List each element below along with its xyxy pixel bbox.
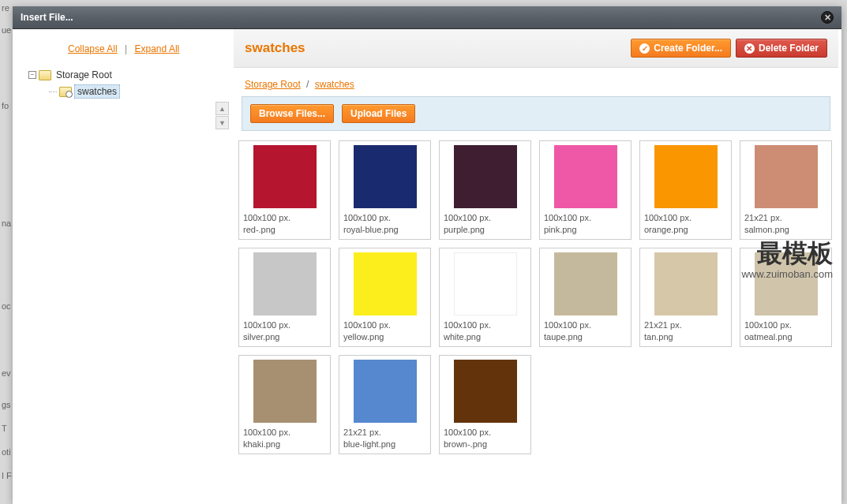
file-dimensions: 100x100 px. bbox=[444, 427, 527, 437]
file-thumbnail[interactable]: 100x100 px.silver.png bbox=[238, 248, 331, 347]
file-action-bar: Browse Files... Upload Files bbox=[242, 96, 830, 131]
close-icon[interactable]: ✕ bbox=[821, 11, 834, 24]
delete-folder-label: Delete Folder bbox=[759, 43, 819, 54]
file-dimensions: 100x100 px. bbox=[243, 427, 326, 437]
swatch-preview bbox=[755, 145, 818, 208]
swatch-preview bbox=[354, 252, 417, 315]
swatch-preview bbox=[554, 145, 617, 208]
swatch-preview bbox=[354, 145, 417, 208]
tree-root-label[interactable]: Storage Root bbox=[54, 69, 114, 81]
file-thumbnail[interactable]: 21x21 px.blue-light.png bbox=[339, 355, 431, 454]
file-dimensions: 21x21 px. bbox=[744, 213, 827, 222]
file-dimensions: 100x100 px. bbox=[544, 213, 627, 222]
breadcrumb-root[interactable]: Storage Root bbox=[245, 79, 301, 90]
file-name: khaki.png bbox=[243, 439, 326, 449]
file-name: royal-blue.png bbox=[343, 225, 426, 234]
tree-root-row[interactable]: − Storage Root bbox=[28, 67, 226, 83]
delete-folder-button[interactable]: ✕ Delete Folder bbox=[736, 39, 827, 58]
file-name: tan.png bbox=[644, 332, 727, 342]
swatch-preview bbox=[354, 360, 417, 423]
file-thumbnail[interactable]: 100x100 px.khaki.png bbox=[238, 355, 331, 454]
upload-files-label: Upload Files bbox=[350, 108, 407, 119]
file-dimensions: 100x100 px. bbox=[444, 320, 527, 330]
scroll-up-button[interactable]: ▲ bbox=[215, 102, 229, 115]
swatch-preview bbox=[454, 252, 517, 315]
file-thumbnail[interactable]: 100x100 px.pink.png bbox=[539, 140, 632, 240]
scroll-down-button[interactable]: ▼ bbox=[215, 116, 229, 129]
create-folder-label: Create Folder... bbox=[654, 43, 722, 54]
file-name: oatmeal.png bbox=[744, 332, 827, 342]
file-name: silver.png bbox=[243, 332, 326, 342]
file-name: purple.png bbox=[444, 225, 527, 234]
folder-tree-pane: Collapse All | Expand All − Storage Root… bbox=[13, 29, 234, 504]
file-name: blue-light.png bbox=[343, 439, 426, 449]
swatch-preview bbox=[654, 252, 718, 315]
file-dimensions: 100x100 px. bbox=[243, 320, 326, 330]
file-thumbnail[interactable]: 100x100 px.red-.png bbox=[238, 140, 331, 240]
file-name: yellow.png bbox=[343, 332, 426, 342]
tree-child-row[interactable]: swatches bbox=[28, 83, 226, 100]
file-thumbnail[interactable]: 100x100 px.taupe.png bbox=[539, 248, 632, 347]
swatch-preview bbox=[253, 360, 317, 423]
folder-search-icon bbox=[59, 87, 72, 97]
dialog-body: Collapse All | Expand All − Storage Root… bbox=[13, 29, 841, 504]
file-dimensions: 100x100 px. bbox=[544, 320, 627, 330]
swatch-preview bbox=[253, 145, 317, 208]
swatch-preview bbox=[755, 252, 818, 315]
file-name: white.png bbox=[444, 332, 527, 342]
breadcrumb-separator: / bbox=[306, 79, 309, 90]
file-thumbnail[interactable]: 21x21 px.salmon.png bbox=[740, 140, 832, 240]
tree-scroll: ▲ ▼ bbox=[215, 102, 229, 129]
file-name: orange.png bbox=[644, 225, 727, 234]
file-thumbnail[interactable]: 100x100 px.orange.png bbox=[639, 140, 732, 240]
file-dimensions: 100x100 px. bbox=[243, 213, 326, 222]
swatch-preview bbox=[654, 145, 718, 208]
file-thumbnail[interactable]: 21x21 px.tan.png bbox=[639, 248, 732, 347]
content-pane: swatches ✓ Create Folder... ✕ Delete Fol… bbox=[234, 29, 841, 504]
collapse-all-link[interactable]: Collapse All bbox=[68, 43, 118, 54]
file-name: brown-.png bbox=[444, 439, 527, 449]
swatch-preview bbox=[253, 252, 317, 315]
cross-icon: ✕ bbox=[744, 43, 755, 54]
swatch-preview bbox=[454, 145, 517, 208]
file-thumbnail[interactable]: 100x100 px.purple.png bbox=[439, 140, 531, 240]
create-folder-button[interactable]: ✓ Create Folder... bbox=[631, 39, 731, 58]
content-header: swatches ✓ Create Folder... ✕ Delete Fol… bbox=[234, 29, 838, 68]
file-name: red-.png bbox=[243, 225, 326, 234]
file-thumbnail[interactable]: 100x100 px.oatmeal.png bbox=[740, 248, 832, 347]
folder-tree: − Storage Root swatches bbox=[28, 67, 226, 100]
dialog-titlebar: Insert File... ✕ bbox=[13, 6, 841, 29]
folder-title: swatches bbox=[245, 40, 305, 56]
file-thumbnail[interactable]: 100x100 px.white.png bbox=[439, 248, 531, 347]
file-dimensions: 100x100 px. bbox=[343, 320, 426, 330]
file-dimensions: 21x21 px. bbox=[343, 427, 426, 437]
tree-collapse-icon[interactable]: − bbox=[28, 71, 36, 79]
check-icon: ✓ bbox=[639, 43, 650, 54]
insert-file-dialog: Insert File... ✕ Collapse All | Expand A… bbox=[13, 6, 841, 504]
separator: | bbox=[125, 43, 127, 54]
breadcrumb: Storage Root / swatches bbox=[234, 68, 838, 96]
file-dimensions: 100x100 px. bbox=[744, 320, 827, 330]
file-name: pink.png bbox=[544, 225, 627, 234]
file-grid: 100x100 px.red-.png100x100 px.royal-blue… bbox=[238, 140, 838, 454]
file-dimensions: 21x21 px. bbox=[644, 320, 727, 330]
file-thumbnail[interactable]: 100x100 px.brown-.png bbox=[439, 355, 531, 454]
swatch-preview bbox=[554, 252, 617, 315]
swatch-preview bbox=[454, 360, 517, 423]
file-dimensions: 100x100 px. bbox=[343, 213, 426, 222]
tree-actions: Collapse All | Expand All bbox=[28, 43, 226, 54]
browse-files-label: Browse Files... bbox=[259, 108, 325, 119]
file-dimensions: 100x100 px. bbox=[444, 213, 527, 222]
dialog-title: Insert File... bbox=[21, 12, 73, 23]
file-name: salmon.png bbox=[744, 225, 827, 234]
tree-child-label[interactable]: swatches bbox=[74, 84, 120, 99]
file-thumbnail[interactable]: 100x100 px.royal-blue.png bbox=[339, 140, 431, 240]
expand-all-link[interactable]: Expand All bbox=[135, 43, 180, 54]
upload-files-button[interactable]: Upload Files bbox=[342, 104, 415, 123]
file-grid-scroll[interactable]: 100x100 px.red-.png100x100 px.royal-blue… bbox=[234, 140, 838, 504]
browse-files-button[interactable]: Browse Files... bbox=[250, 104, 334, 123]
breadcrumb-current[interactable]: swatches bbox=[315, 79, 354, 90]
file-thumbnail[interactable]: 100x100 px.yellow.png bbox=[339, 248, 431, 347]
file-dimensions: 100x100 px. bbox=[644, 213, 727, 222]
file-name: taupe.png bbox=[544, 332, 627, 342]
